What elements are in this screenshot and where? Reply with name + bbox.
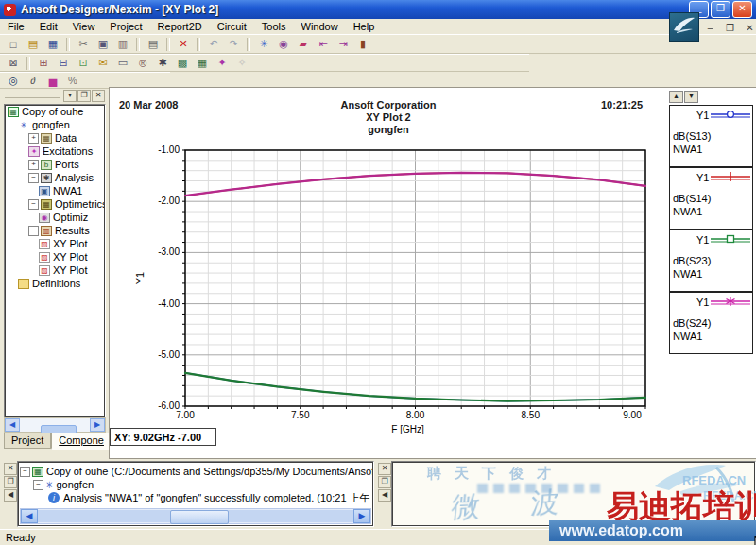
- restore-button[interactable]: ❐: [711, 1, 730, 18]
- side-collapse-button[interactable]: ◀: [378, 489, 391, 502]
- mdi-restore-button[interactable]: ❐: [723, 23, 737, 35]
- tree-item-analysis[interactable]: −✱Analysis: [5, 171, 105, 184]
- menu-item-report2d[interactable]: Report2D: [150, 20, 210, 33]
- scroll-right-icon[interactable]: ▶: [90, 418, 105, 432]
- mdi-minimize-button[interactable]: –: [703, 23, 717, 35]
- tree-item-definitions[interactable]: Definitions: [5, 277, 105, 290]
- legend-scroll-up-icon[interactable]: ▲: [669, 91, 683, 103]
- tree-item-optimetrics[interactable]: −▦Optimetrics: [5, 197, 105, 211]
- legend-entry-dbs14[interactable]: Y1dB(S14)NWA1: [669, 167, 753, 230]
- message-maximize-button[interactable]: ❐: [4, 476, 17, 488]
- tab-project[interactable]: Project: [4, 433, 51, 449]
- statistics-tool-button[interactable]: ▅: [43, 72, 62, 89]
- message-close-button[interactable]: ✕: [4, 463, 17, 475]
- panel-header[interactable]: ▾ ❐ ✕: [2, 89, 106, 103]
- panel-close-button[interactable]: ✕: [92, 90, 105, 102]
- menu-item-window[interactable]: Window: [294, 20, 346, 33]
- message-collapse-button[interactable]: ◀: [4, 489, 17, 502]
- collapse-icon[interactable]: −: [28, 226, 39, 236]
- collapse-icon[interactable]: −: [20, 467, 30, 477]
- menu-item-tools[interactable]: Tools: [254, 20, 294, 33]
- eraser-tool-button[interactable]: ▰: [294, 36, 313, 53]
- target-tool-button[interactable]: ◎: [4, 72, 23, 89]
- legend-scroll-down-icon[interactable]: ▼: [684, 91, 698, 103]
- push-left-tool-button[interactable]: ⇤: [314, 36, 333, 53]
- analyze-tool-button[interactable]: ✱: [153, 55, 172, 72]
- tree-item-optimiz[interactable]: ◉Optimiz: [5, 211, 105, 224]
- project-tree-hscrollbar[interactable]: ◀ ▶: [4, 417, 106, 433]
- panel-pin-button[interactable]: ▾: [63, 90, 77, 102]
- tree-item-results[interactable]: −▥Results: [5, 224, 105, 237]
- new-button[interactable]: □: [4, 36, 23, 53]
- message-info-row[interactable]: i Analysis "NWA1" of "gongfen" successfu…: [20, 491, 371, 504]
- xy-plot-canvas[interactable]: 7.007.508.008.509.00-1.00-2.00-3.00-4.00…: [110, 88, 667, 458]
- zoom-area-button[interactable]: ⊞: [34, 55, 53, 72]
- percent-tool-button[interactable]: %: [63, 72, 82, 89]
- open-button[interactable]: ▤: [24, 36, 43, 53]
- collapse-icon[interactable]: −: [28, 173, 39, 183]
- panel-maximize-button[interactable]: ❐: [77, 90, 91, 102]
- legend-entry-dbs13[interactable]: Y1dB(S13)NWA1: [669, 105, 753, 167]
- legend-entry-dbs23[interactable]: Y1dB(S23)NWA1: [669, 230, 753, 292]
- tree-item-data[interactable]: +▦Data: [5, 131, 105, 145]
- print-button[interactable]: ▤: [144, 36, 163, 53]
- side-close-button[interactable]: ✕: [378, 463, 391, 475]
- scroll-left-icon[interactable]: ◀: [5, 418, 20, 432]
- close-button[interactable]: ✕: [732, 1, 752, 18]
- collapse-icon[interactable]: −: [33, 480, 43, 490]
- zoom-out-button[interactable]: ⊡: [74, 55, 93, 72]
- plot-canvas-mount: 7.007.508.008.509.00-1.00-2.00-3.00-4.00…: [110, 88, 667, 460]
- scroll-right-icon[interactable]: ▶: [353, 509, 370, 523]
- cut-button[interactable]: ✂: [74, 36, 93, 53]
- expand-icon[interactable]: +: [28, 133, 39, 144]
- probe-tool-button[interactable]: ◉: [274, 36, 293, 53]
- title-bar[interactable]: Ansoft Designer/Nexxim - [XY Plot 2] _ ❐…: [0, 0, 756, 19]
- push-right-tool-button[interactable]: ⇥: [334, 36, 352, 53]
- tree-item-xy-plot[interactable]: ▨XY Plot: [5, 237, 105, 250]
- chip-tool-button[interactable]: ▦: [193, 55, 212, 72]
- scroll-thumb[interactable]: [170, 510, 229, 524]
- delete-button[interactable]: ✕: [174, 36, 193, 53]
- tree-item-gongfen[interactable]: ✳gongfen: [5, 118, 105, 131]
- scroll-left-icon[interactable]: ◀: [21, 509, 38, 523]
- menu-item-file[interactable]: File: [0, 20, 32, 33]
- menu-item-circuit[interactable]: Circuit: [210, 20, 254, 33]
- report-tool-button[interactable]: ®: [133, 55, 152, 72]
- tree-item-copy-of-ouhe[interactable]: ▦Copy of ouhe: [5, 105, 105, 118]
- legend-entry-dbs24[interactable]: Y1dB(S24)NWA1: [669, 292, 753, 354]
- message-node-row[interactable]: − ✳ gongfen: [20, 478, 371, 491]
- window-tool-button[interactable]: ▭: [113, 55, 132, 72]
- tree-item-excitations[interactable]: ✦Excitations: [5, 145, 105, 158]
- collapse-icon[interactable]: −: [28, 199, 39, 210]
- wire-tool-button[interactable]: ✳: [254, 36, 273, 53]
- tree-item-ports[interactable]: +bPorts: [5, 158, 105, 171]
- tree-item-xy-plot[interactable]: ▨XY Plot: [5, 264, 105, 277]
- menu-item-view[interactable]: View: [65, 20, 103, 33]
- spark-off-tool-button[interactable]: ✧: [232, 55, 251, 72]
- select-mode-button[interactable]: ⊠: [4, 55, 23, 72]
- copy-button[interactable]: ▣: [94, 36, 112, 53]
- paste-button[interactable]: ▥: [113, 36, 132, 53]
- undo-button[interactable]: ↶: [204, 36, 223, 53]
- mail-button[interactable]: ✉: [94, 55, 112, 72]
- message-hscrollbar[interactable]: ◀ ▶: [20, 508, 371, 524]
- histogram-tool-button[interactable]: ▮: [353, 36, 372, 53]
- menu-item-edit[interactable]: Edit: [32, 20, 65, 33]
- zoom-in-button[interactable]: ⊟: [54, 55, 73, 72]
- save-button[interactable]: ▦: [43, 36, 62, 53]
- redo-button[interactable]: ↷: [224, 36, 243, 53]
- mdi-close-button[interactable]: ✕: [743, 23, 756, 35]
- menu-item-project[interactable]: Project: [102, 20, 149, 33]
- derivative-tool-button[interactable]: ∂: [24, 72, 43, 89]
- y-tick-label: -3.00: [158, 247, 180, 257]
- message-root-row[interactable]: − ▦ Copy of ouhe (C:/Documents and Setti…: [20, 465, 371, 478]
- chart-tool-button[interactable]: ▩: [173, 55, 192, 72]
- tree-item-nwa1[interactable]: ▣NWA1: [5, 184, 105, 197]
- side-maximize-button[interactable]: ❐: [378, 476, 391, 488]
- tab-components[interactable]: Compone: [51, 433, 112, 450]
- tree-item-xy-plot[interactable]: ▨XY Plot: [5, 250, 105, 264]
- panel-grip[interactable]: [5, 94, 60, 98]
- expand-icon[interactable]: +: [28, 160, 39, 170]
- spark-tool-button[interactable]: ✦: [213, 55, 232, 72]
- menu-item-help[interactable]: Help: [346, 20, 383, 33]
